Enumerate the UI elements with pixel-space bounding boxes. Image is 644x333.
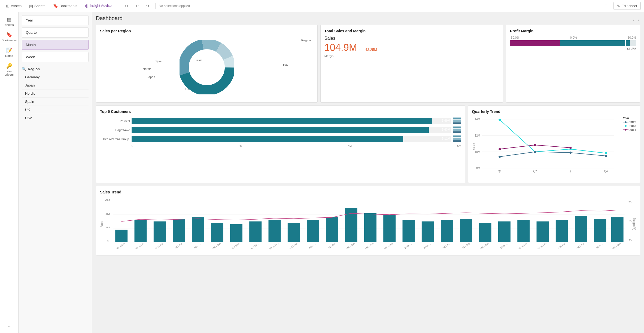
svg-rect-78: [594, 219, 606, 242]
sidebar-item-notes[interactable]: 📝 Notes: [1, 45, 17, 60]
svg-text:2013-...: 2013-...: [423, 243, 432, 249]
back-tool[interactable]: ↩: [133, 2, 141, 10]
svg-text:2013-Jan: 2013-Jan: [345, 242, 356, 250]
bar-outer-deak-perera: 5.11M: [132, 136, 451, 142]
dash-next-button[interactable]: ›: [637, 17, 640, 23]
svg-text:2014-Jun: 2014-Jun: [612, 242, 622, 250]
bar-axis: 0 2M 4M 6M: [100, 144, 461, 147]
svg-text:2012-Apr: 2012-Apr: [173, 242, 183, 249]
svg-point-5: [192, 52, 222, 82]
svg-point-13: [625, 125, 627, 127]
svg-text:2014-Jan: 2014-Jan: [518, 242, 528, 250]
spain-label: Spain: [156, 60, 163, 63]
svg-point-35: [569, 152, 572, 154]
region-item-spain[interactable]: Spain: [22, 98, 89, 106]
region-item-nordic[interactable]: Nordic: [22, 90, 89, 98]
svg-text:14M: 14M: [475, 118, 480, 121]
svg-rect-75: [537, 221, 549, 242]
nav-insight-advisor[interactable]: ◎ Insight Advisor: [82, 2, 116, 10]
svg-rect-72: [479, 223, 491, 242]
qt-legend-2013: 2013: [623, 124, 636, 128]
sheets-sidebar-icon: ▤: [7, 16, 11, 22]
sidebar-collapse-button[interactable]: ←: [5, 322, 14, 331]
sales-figures: 104.9M · 43.25M ·: [324, 42, 499, 53]
svg-text:2014-Apr: 2014-Apr: [575, 242, 585, 249]
nav-right-area: ⊞ ✎ Edit sheet: [602, 2, 641, 10]
sidebar-item-key-drivers[interactable]: 🔑 Key drivers: [1, 61, 17, 78]
assets-icon: ⊞: [6, 4, 10, 8]
svg-text:50: 50: [628, 200, 632, 203]
bar-fill-paracel: [132, 118, 432, 124]
svg-point-15: [625, 129, 627, 131]
svg-rect-71: [460, 219, 472, 242]
no-selections-label: No selections applied: [159, 4, 190, 8]
svg-rect-66: [364, 213, 376, 242]
svg-text:Q4: Q4: [604, 170, 608, 173]
svg-rect-63: [307, 220, 319, 242]
back-icon: ↩: [136, 4, 139, 8]
svg-text:2012-...: 2012-...: [193, 243, 202, 249]
region-item-uk[interactable]: UK: [22, 106, 89, 114]
svg-point-29: [499, 119, 501, 121]
sidebar-item-sheets[interactable]: ▤ Sheets: [1, 14, 17, 29]
sales-value: 104.9M: [324, 42, 357, 53]
filter-month[interactable]: Month: [22, 40, 89, 50]
svg-text:2012-Oct: 2012-Oct: [288, 242, 298, 249]
svg-text:0: 0: [107, 240, 109, 242]
svg-text:2012-...: 2012-...: [308, 243, 317, 249]
nav-divider-2: [155, 3, 156, 9]
svg-text:Sales: Sales: [100, 221, 104, 227]
grid-view-button[interactable]: ⊞: [602, 2, 610, 10]
svg-text:10M: 10M: [475, 150, 480, 153]
nav-bookmarks[interactable]: 🔖 Bookmarks: [50, 2, 80, 10]
svg-rect-76: [556, 220, 568, 242]
sidebar-item-bookmarks[interactable]: 🔖 Bookmarks: [1, 30, 17, 44]
svg-rect-65: [345, 208, 357, 242]
japan-label: Japan: [147, 75, 155, 79]
svg-text:2013-Sep: 2013-Sep: [460, 242, 470, 250]
svg-rect-54: [135, 220, 147, 242]
key-drivers-sidebar-icon: 🔑: [6, 63, 12, 69]
svg-rect-70: [441, 220, 453, 242]
bar-row-pagewave: PageWave 5.63M: [100, 127, 461, 133]
region-item-japan[interactable]: Japan: [22, 81, 89, 90]
svg-text:6M: 6M: [105, 199, 110, 202]
svg-text:26.9%: 26.9%: [202, 81, 209, 84]
filter-quarter[interactable]: Quarter: [22, 27, 89, 38]
svg-point-38: [534, 144, 536, 146]
svg-rect-64: [326, 217, 338, 242]
svg-text:45.5%: 45.5%: [213, 62, 220, 64]
svg-text:2M: 2M: [105, 226, 110, 229]
bar-side-deak-perera: [453, 135, 461, 142]
app-body: ▤ Sheets 🔖 Bookmarks 📝 Notes 🔑 Key drive…: [0, 12, 644, 333]
bar-value-paracel: 5.69M: [442, 119, 450, 122]
svg-point-34: [534, 151, 536, 153]
sales-trend-title: Sales Trend: [100, 190, 636, 194]
svg-rect-69: [422, 221, 434, 242]
bar-value-pagewave: 5.63M: [442, 128, 450, 131]
edit-sheet-button[interactable]: ✎ Edit sheet: [613, 2, 641, 10]
nav-assets[interactable]: ⊞ Assets: [3, 2, 24, 10]
svg-text:4M: 4M: [105, 212, 110, 215]
nav-sheets[interactable]: ▤ Sheets: [26, 2, 48, 10]
bar-row-paracel: Paracel 5.69M: [100, 118, 461, 124]
lasso-tool[interactable]: ⊙: [122, 2, 131, 10]
pm-bar-remainder: [630, 40, 636, 46]
svg-text:2012-Mar: 2012-Mar: [154, 242, 164, 250]
bar-outer-paracel: 5.69M: [132, 118, 451, 124]
bookmarks-icon: 🔖: [53, 4, 58, 8]
filter-year[interactable]: Year: [22, 15, 89, 25]
bookmarks-sidebar-icon: 🔖: [6, 32, 12, 38]
svg-text:2014 Feb: 2014 Feb: [537, 242, 547, 250]
forward-tool[interactable]: ↪: [144, 2, 152, 10]
dash-prev-button[interactable]: ‹: [632, 17, 635, 23]
bullet: ·: [359, 47, 360, 52]
pm-scale: -50.0% 0.0% 50.0%: [510, 36, 636, 39]
region-item-usa[interactable]: USA: [22, 114, 89, 122]
filter-week[interactable]: Week: [22, 52, 89, 62]
svg-rect-77: [575, 216, 587, 242]
qt-chart: Year 2012 2013 2014: [472, 116, 636, 179]
svg-text:8M: 8M: [476, 167, 480, 170]
region-item-germany[interactable]: Germany: [22, 73, 89, 81]
svg-text:2013-A...: 2013-A...: [441, 242, 451, 249]
